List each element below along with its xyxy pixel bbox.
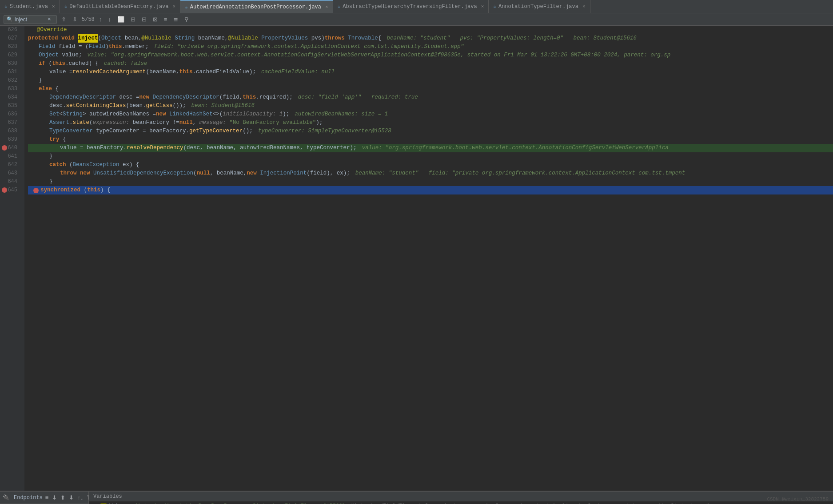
endpoints-tab[interactable]: 🔌 — [3, 494, 9, 501]
step-button4[interactable]: ≣ — [171, 15, 180, 24]
next-match-button[interactable]: ⇩ — [71, 15, 79, 24]
code-line-630: if (this.cached) { cached: false — [28, 60, 833, 68]
toolbar: 🔍 × ⇧ ⇩ 5/58 ↑ ↓ ⬜ ⊞ ⊟ ⊠ ≡ ≣ ⚲ — [0, 13, 833, 26]
line-num-632: 632 — [0, 76, 21, 85]
editor-content: 626 627 628 629 630 631 632 633 634 635 … — [0, 26, 833, 491]
navigate-up-button[interactable]: ↑ — [97, 15, 104, 24]
code-line-645: synchronized (this) { — [28, 186, 833, 194]
code-line-631: value = resolvedCachedArgument(beanName,… — [28, 68, 833, 76]
tab-label: Student.java — [10, 4, 48, 10]
code-line-642: catch (BeansException ex) { — [28, 161, 833, 169]
line-num-639: 639 — [0, 135, 21, 144]
tab-autowired[interactable]: ☕ AutowiredAnnotationBeanPostProcessor.j… — [180, 0, 333, 13]
line-num-641: 641 — [0, 152, 21, 161]
tab-abstracttype[interactable]: ☕ AbstractTypeHierarchyTraversingFilter.… — [333, 0, 489, 13]
panel-btn1[interactable]: ≡ — [44, 493, 50, 502]
line-num-629: 629 — [0, 51, 21, 60]
editor: 626 627 628 629 630 631 632 633 634 635 … — [0, 26, 833, 491]
code-line-636: Set<String> autowiredBeanNames = new Lin… — [28, 110, 833, 119]
tab-annotationtype[interactable]: ☕ AnnotationTypeFilter.java × — [489, 0, 590, 13]
line-num-626: 626 — [0, 26, 21, 34]
clear-icon[interactable]: × — [48, 16, 51, 23]
panel-btn6[interactable]: ⇅ — [86, 493, 89, 502]
code-line-626: @Override — [28, 26, 833, 34]
step-button3[interactable]: ≡ — [162, 15, 169, 24]
file-icon: ☕ — [338, 4, 341, 9]
toolbar-search[interactable]: 🔍 × — [4, 15, 57, 24]
file-icon: ☕ — [185, 4, 188, 10]
line-num-642: 642 — [0, 161, 21, 169]
code-line-641: } — [28, 152, 833, 161]
code-line-629: Object value; value: "org.springframewor… — [28, 51, 833, 60]
watermark: CSDN @weixin_32822759 — [767, 496, 829, 502]
close-icon[interactable]: × — [52, 4, 55, 9]
line-num-631: 631 — [0, 68, 21, 76]
prev-match-button[interactable]: ⇧ — [60, 15, 68, 24]
close-icon[interactable]: × — [582, 4, 586, 9]
add-watch-button[interactable]: ⊞ — [129, 15, 137, 24]
close-icon[interactable]: × — [173, 4, 176, 9]
panel-right: Variables › o this = {AutowiredAnnotatio… — [89, 492, 833, 504]
line-num-644: 644 — [0, 178, 21, 186]
panel-btn5[interactable]: ↑↓ — [76, 493, 84, 502]
endpoints-label[interactable]: Endpoints — [14, 495, 43, 501]
search-input[interactable] — [15, 16, 46, 23]
tab-student[interactable]: ☕ Student.java × — [0, 0, 60, 13]
line-num-627: 627 — [0, 34, 21, 43]
tab-bar: ☕ Student.java × ☕ DefaultListableBeanFa… — [0, 0, 833, 13]
line-num-635: 635 — [0, 102, 21, 110]
line-num-643: 643 — [0, 169, 21, 178]
line-num-633: 633 — [0, 85, 21, 93]
code-line-633: else { — [28, 85, 833, 93]
code-line-639: try { — [28, 135, 833, 144]
code-line-634: DependencyDescriptor desc = new Dependen… — [28, 93, 833, 102]
step-button1[interactable]: ⊟ — [140, 15, 148, 24]
main-area: 626 627 628 629 630 631 632 633 634 635 … — [0, 26, 833, 491]
code-line-640: value = beanFactory.resolveDependency(de… — [28, 144, 833, 152]
code-line-638: TypeConverter typeConverter = beanFactor… — [28, 127, 833, 135]
search-icon: 🔍 — [7, 16, 13, 22]
filter-button[interactable]: ⚲ — [183, 15, 191, 24]
line-num-634: 634 — [0, 93, 21, 102]
file-icon: ☕ — [493, 4, 496, 9]
line-num-628: 628 — [0, 43, 21, 51]
panel-left: 🔌 Endpoints ≡ ⬇ ⬆ ⬇ ↑↓ ⇅ ⊞ ⊟ main: RUNNI… — [0, 492, 89, 504]
code-line-627: protected void inject(Object bean, @Null… — [28, 34, 833, 43]
toggle-view-button[interactable]: ⬜ — [116, 15, 126, 24]
line-num-645: 645 — [0, 186, 21, 194]
code-line-637: Assert.state( expression: beanFactory !=… — [28, 119, 833, 127]
tab-label: AnnotationTypeFilter.java — [498, 4, 578, 10]
file-icon: ☕ — [64, 4, 68, 9]
line-num-636: 636 — [0, 110, 21, 119]
tab-label: AutowiredAnnotationBeanPostProcessor.jav… — [190, 4, 321, 10]
code-line-635: desc.setContainingClass(bean.getClass())… — [28, 102, 833, 110]
line-numbers: 626 627 628 629 630 631 632 633 634 635 … — [0, 26, 24, 491]
line-num-637: 637 — [0, 119, 21, 127]
panel-toolbar: 🔌 Endpoints ≡ ⬇ ⬆ ⬇ ↑↓ ⇅ ⊞ ⊟ — [0, 492, 88, 504]
tab-label: AbstractTypeHierarchyTraversingFilter.ja… — [343, 4, 477, 10]
panel-btn3[interactable]: ⬆ — [60, 493, 66, 502]
code-line-632: } — [28, 76, 833, 85]
file-icon: ☕ — [4, 4, 8, 9]
tab-defaultlistable[interactable]: ☕ DefaultListableBeanFactory.java × — [60, 0, 180, 13]
navigate-down-button[interactable]: ↓ — [106, 15, 113, 24]
match-count: 5/58 — [82, 16, 95, 23]
line-num-640: 640 — [0, 144, 21, 152]
code-area[interactable]: @Override protected void inject(Object b… — [24, 26, 833, 491]
variables-header: Variables — [89, 492, 833, 501]
code-line-644: } — [28, 178, 833, 186]
var-row-this[interactable]: › o this = {AutowiredAnnotationBeanPostP… — [89, 501, 833, 504]
panel-btn4[interactable]: ⬇ — [68, 493, 75, 502]
step-button2[interactable]: ⊠ — [151, 15, 159, 24]
close-icon[interactable]: × — [325, 4, 328, 10]
line-num-630: 630 — [0, 60, 21, 68]
line-num-638: 638 — [0, 127, 21, 135]
close-icon[interactable]: × — [481, 4, 484, 9]
panel-btn2[interactable]: ⬇ — [51, 493, 58, 502]
code-line-628: Field field = (Field) this.member; field… — [28, 43, 833, 51]
variables-title: Variables — [93, 493, 122, 500]
bottom-panel: 🔌 Endpoints ≡ ⬇ ⬆ ⬇ ↑↓ ⇅ ⊞ ⊟ main: RUNNI… — [0, 491, 833, 504]
code-line-643: throw new UnsatisfiedDependencyException… — [28, 169, 833, 178]
tab-label: DefaultListableBeanFactory.java — [69, 4, 168, 10]
